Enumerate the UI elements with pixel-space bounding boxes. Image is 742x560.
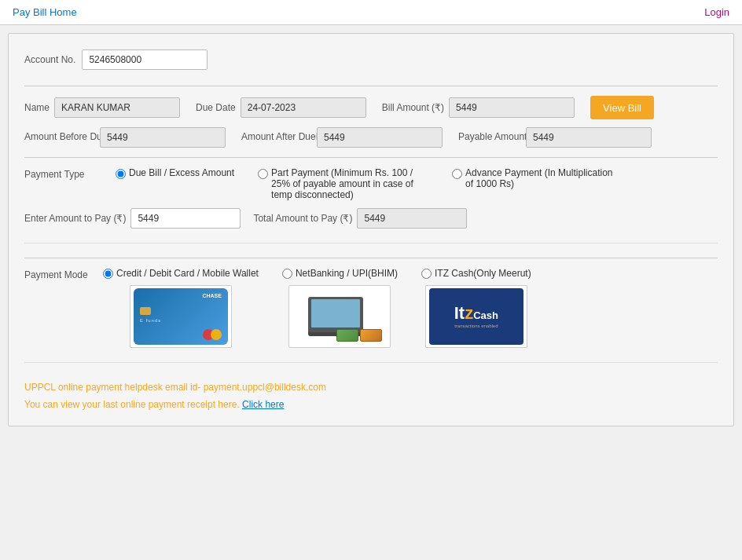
due-date-field: Due Date xyxy=(196,97,366,118)
pay-bill-home-link[interactable]: Pay Bill Home xyxy=(13,6,77,18)
helpdesk-text: UPPCL online payment helpdesk email id- … xyxy=(24,382,718,393)
payment-type-radio1[interactable] xyxy=(116,169,126,179)
netbanking-visual xyxy=(292,288,387,345)
payment-type-label: Payment Type xyxy=(24,167,95,180)
mode-options: Credit / Debit Card / Mobile Wallet CHAS… xyxy=(103,268,531,348)
payment-type-row: Payment Type Due Bill / Excess Amount Pa… xyxy=(24,167,718,200)
name-label: Name xyxy=(24,102,50,113)
cash-logo-text: Cash xyxy=(473,309,498,321)
mode-card-text: Credit / Debit Card / Mobile Wallet xyxy=(116,268,259,279)
amount-before-label: Amount Before DueDate xyxy=(24,131,95,144)
laptop-screen xyxy=(311,299,360,328)
divider-2 xyxy=(24,157,718,158)
credit-card-visual: CHASE E funds xyxy=(134,288,228,345)
name-field: Name xyxy=(24,97,180,118)
laptop-shape xyxy=(308,297,363,332)
account-row: Account No. xyxy=(24,49,718,70)
amount-before-field: Amount Before DueDate xyxy=(24,127,226,148)
mode-itzcash-text: ITZ Cash(Only Meerut) xyxy=(435,268,531,279)
mode-netbanking-radio[interactable] xyxy=(282,269,292,279)
main-container: Account No. Name Due Date Bill Amount (₹… xyxy=(8,33,734,426)
mode-option-netbanking[interactable]: NetBanking / UPI(BHIM) xyxy=(282,268,398,348)
account-input[interactable] xyxy=(82,49,208,70)
receipt-text: You can view your last online payment re… xyxy=(24,399,718,410)
bill-amount-label: Bill Amount (₹) xyxy=(382,102,444,113)
netbanking-image-container xyxy=(288,285,391,348)
payment-type-radio3[interactable] xyxy=(452,169,462,179)
payment-type-label2: Part Payment (Minimum Rs. 100 / 25% of p… xyxy=(271,167,428,200)
chase-logo: CHASE xyxy=(202,293,222,298)
divider-1 xyxy=(24,86,718,86)
amount-after-label: Amount After DueDate xyxy=(241,131,312,144)
enter-amount-field: Enter Amount to Pay (₹) xyxy=(24,208,241,229)
payment-mode-row: Payment Mode Credit / Debit Card / Mobil… xyxy=(24,268,718,348)
divider-3 xyxy=(24,258,718,258)
customer-details-row: Name Due Date Bill Amount (₹) View Bill xyxy=(24,96,718,119)
card-chip xyxy=(140,307,151,315)
due-date-label: Due Date xyxy=(196,102,236,113)
itz-z: z xyxy=(465,303,473,323)
login-link[interactable]: Login xyxy=(704,6,729,18)
mode-option-itzcash[interactable]: ITZ Cash(Only Meerut) Itz Cash transacti… xyxy=(421,268,531,348)
total-amount-label: Total Amount to Pay (₹) xyxy=(253,213,352,224)
currency-notes xyxy=(336,329,382,342)
payment-mode-label: Payment Mode xyxy=(24,268,95,280)
total-amount-field: Total Amount to Pay (₹) xyxy=(253,208,467,229)
footer-section: UPPCL online payment helpdesk email id- … xyxy=(24,377,718,410)
click-here-link[interactable]: Click here xyxy=(242,399,284,410)
top-bar: Pay Bill Home Login xyxy=(0,0,742,25)
itz-inner: Itz Cash transactions enabled xyxy=(454,305,498,328)
mode-card-radio[interactable] xyxy=(103,269,113,279)
mastercard-circles xyxy=(203,329,222,340)
amount-to-pay-row: Enter Amount to Pay (₹) Total Amount to … xyxy=(24,208,718,229)
mode-card-label[interactable]: Credit / Debit Card / Mobile Wallet xyxy=(103,268,259,279)
payable-amount-label: Payable Amount (₹) xyxy=(458,131,521,144)
account-label: Account No. xyxy=(24,54,75,65)
enter-amount-label: Enter Amount to Pay (₹) xyxy=(24,213,126,224)
total-amount-input xyxy=(357,208,467,229)
card-image-container: CHASE E funds xyxy=(130,285,232,348)
payable-amount-input xyxy=(526,127,652,148)
mc-circle-yellow xyxy=(211,329,222,340)
mode-netbanking-label[interactable]: NetBanking / UPI(BHIM) xyxy=(282,268,398,279)
itz-logo-text: Itz xyxy=(454,305,473,322)
receipt-label: You can view your last online payment re… xyxy=(24,399,240,410)
bill-amount-field: Bill Amount (₹) xyxy=(382,97,575,118)
note-orange xyxy=(360,329,382,342)
payment-mode-section: Payment Mode Credit / Debit Card / Mobil… xyxy=(24,268,718,363)
itz-tagline: transactions enabled xyxy=(454,324,498,328)
enter-amount-input[interactable] xyxy=(130,208,241,229)
mode-itzcash-radio[interactable] xyxy=(421,269,432,279)
note-green xyxy=(336,329,358,342)
payment-type-label3: Advance Payment (In Multiplication of 10… xyxy=(465,167,623,189)
payment-type-section: Payment Type Due Bill / Excess Amount Pa… xyxy=(24,167,718,243)
due-date-input xyxy=(241,97,366,118)
payment-type-label1: Due Bill / Excess Amount xyxy=(129,167,234,178)
itz-row: Itz Cash xyxy=(454,305,498,322)
name-input[interactable] xyxy=(54,97,180,118)
bill-amount-input xyxy=(449,97,575,118)
mode-itzcash-label[interactable]: ITZ Cash(Only Meerut) xyxy=(421,268,531,279)
payment-type-option1[interactable]: Due Bill / Excess Amount xyxy=(116,167,234,179)
itzcash-visual: Itz Cash transactions enabled xyxy=(429,288,523,345)
payment-type-option2[interactable]: Part Payment (Minimum Rs. 100 / 25% of p… xyxy=(258,167,428,200)
card-efunds: E funds xyxy=(140,307,222,323)
amount-before-input xyxy=(100,127,226,148)
payable-amount-field: Payable Amount (₹) xyxy=(458,127,652,148)
itzcash-image-container: Itz Cash transactions enabled xyxy=(425,285,527,348)
amount-after-field: Amount After DueDate xyxy=(241,127,443,148)
payment-type-radio2[interactable] xyxy=(258,169,268,179)
mode-netbanking-text: NetBanking / UPI(BHIM) xyxy=(296,268,398,279)
payment-type-option3[interactable]: Advance Payment (In Multiplication of 10… xyxy=(452,167,623,189)
mode-option-card[interactable]: Credit / Debit Card / Mobile Wallet CHAS… xyxy=(103,268,259,348)
card-numbers: E funds xyxy=(140,318,222,323)
amount-after-input xyxy=(317,127,443,148)
view-bill-button[interactable]: View Bill xyxy=(590,96,654,119)
amounts-row: Amount Before DueDate Amount After DueDa… xyxy=(24,127,718,148)
